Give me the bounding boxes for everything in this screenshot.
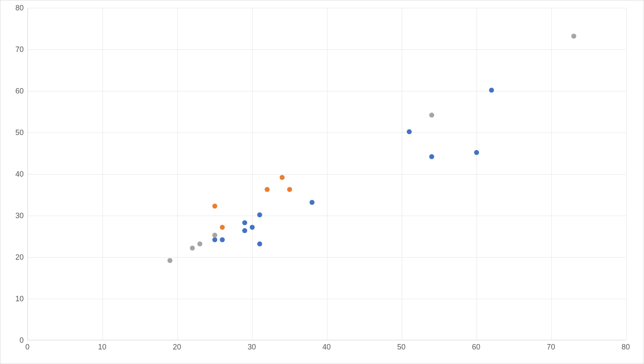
x-tick-label: 0 [25, 343, 29, 352]
x-tick-label: 30 [248, 343, 256, 352]
data-point [242, 220, 247, 225]
data-point [429, 113, 434, 118]
y-tick-label: 10 [0, 295, 24, 303]
y-tick-label: 0 [0, 336, 24, 345]
x-tick-label: 50 [397, 343, 406, 352]
data-point [197, 241, 202, 246]
data-point [242, 228, 247, 233]
gridline-horizontal [28, 216, 626, 216]
data-point [429, 154, 434, 159]
x-tick-label: 70 [547, 343, 555, 352]
data-point [310, 200, 315, 205]
gridline-horizontal [28, 257, 626, 258]
data-point [571, 34, 576, 39]
x-tick-label: 80 [622, 343, 630, 352]
x-tick-label: 20 [173, 343, 181, 352]
gridline-horizontal [28, 91, 626, 91]
data-point [489, 88, 494, 93]
x-tick-label: 60 [472, 343, 480, 352]
gridline-horizontal [28, 8, 626, 8]
gridline-horizontal [28, 49, 626, 50]
gridline-vertical [626, 8, 627, 340]
data-point [190, 246, 195, 251]
data-point [212, 204, 217, 209]
x-tick-label: 10 [98, 343, 106, 352]
scatter-chart: 01020304050607080 01020304050607080 [0, 0, 644, 364]
y-tick-label: 80 [0, 4, 24, 12]
data-point [257, 241, 262, 246]
y-tick-label: 20 [0, 253, 24, 262]
data-point [287, 187, 292, 192]
gridline-horizontal [28, 299, 626, 299]
y-tick-label: 70 [0, 45, 24, 54]
data-point [257, 212, 262, 217]
data-point [212, 233, 217, 238]
data-point [265, 187, 270, 192]
x-tick-label: 40 [322, 343, 331, 352]
data-point [280, 175, 285, 180]
gridline-horizontal [28, 133, 626, 133]
y-tick-label: 50 [0, 128, 24, 137]
gridline-horizontal [28, 174, 626, 175]
y-tick-label: 40 [0, 170, 24, 179]
data-point [220, 225, 225, 230]
data-point [220, 237, 225, 242]
data-point [212, 237, 217, 242]
data-point [250, 225, 255, 230]
data-point [407, 129, 412, 134]
y-tick-label: 30 [0, 212, 24, 220]
y-tick-label: 60 [0, 87, 24, 96]
data-point [167, 258, 172, 263]
data-point [474, 150, 479, 155]
plot-area [27, 8, 626, 340]
